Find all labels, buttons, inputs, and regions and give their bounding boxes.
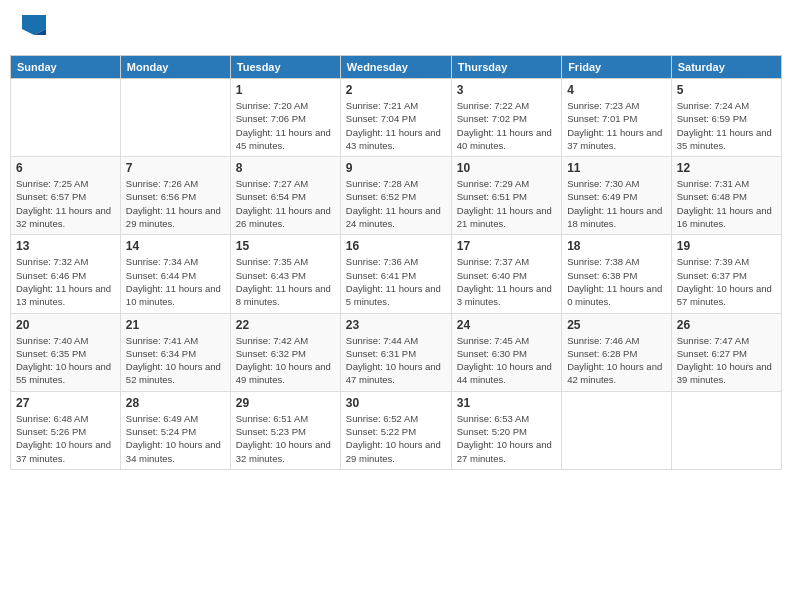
day-number: 23 — [346, 318, 446, 332]
calendar-cell: 14Sunrise: 7:34 AM Sunset: 6:44 PM Dayli… — [120, 235, 230, 313]
day-info: Sunrise: 7:20 AM Sunset: 7:06 PM Dayligh… — [236, 99, 335, 152]
calendar-cell: 13Sunrise: 7:32 AM Sunset: 6:46 PM Dayli… — [11, 235, 121, 313]
weekday-header-monday: Monday — [120, 56, 230, 79]
calendar-cell: 20Sunrise: 7:40 AM Sunset: 6:35 PM Dayli… — [11, 313, 121, 391]
day-number: 10 — [457, 161, 556, 175]
day-number: 6 — [16, 161, 115, 175]
calendar-cell: 1Sunrise: 7:20 AM Sunset: 7:06 PM Daylig… — [230, 79, 340, 157]
day-number: 25 — [567, 318, 666, 332]
day-info: Sunrise: 7:36 AM Sunset: 6:41 PM Dayligh… — [346, 255, 446, 308]
day-info: Sunrise: 7:23 AM Sunset: 7:01 PM Dayligh… — [567, 99, 666, 152]
day-number: 18 — [567, 239, 666, 253]
calendar-cell: 9Sunrise: 7:28 AM Sunset: 6:52 PM Daylig… — [340, 157, 451, 235]
day-number: 29 — [236, 396, 335, 410]
weekday-header-wednesday: Wednesday — [340, 56, 451, 79]
weekday-header-thursday: Thursday — [451, 56, 561, 79]
day-number: 2 — [346, 83, 446, 97]
day-info: Sunrise: 7:47 AM Sunset: 6:27 PM Dayligh… — [677, 334, 776, 387]
day-number: 31 — [457, 396, 556, 410]
calendar-table: SundayMondayTuesdayWednesdayThursdayFrid… — [10, 55, 782, 470]
day-number: 28 — [126, 396, 225, 410]
day-info: Sunrise: 7:41 AM Sunset: 6:34 PM Dayligh… — [126, 334, 225, 387]
day-number: 21 — [126, 318, 225, 332]
day-info: Sunrise: 7:24 AM Sunset: 6:59 PM Dayligh… — [677, 99, 776, 152]
day-info: Sunrise: 6:52 AM Sunset: 5:22 PM Dayligh… — [346, 412, 446, 465]
day-number: 3 — [457, 83, 556, 97]
weekday-header-saturday: Saturday — [671, 56, 781, 79]
page-header — [10, 10, 782, 45]
day-info: Sunrise: 7:44 AM Sunset: 6:31 PM Dayligh… — [346, 334, 446, 387]
day-info: Sunrise: 6:49 AM Sunset: 5:24 PM Dayligh… — [126, 412, 225, 465]
weekday-header-tuesday: Tuesday — [230, 56, 340, 79]
calendar-cell — [562, 391, 672, 469]
calendar-cell: 7Sunrise: 7:26 AM Sunset: 6:56 PM Daylig… — [120, 157, 230, 235]
day-info: Sunrise: 7:42 AM Sunset: 6:32 PM Dayligh… — [236, 334, 335, 387]
day-info: Sunrise: 7:31 AM Sunset: 6:48 PM Dayligh… — [677, 177, 776, 230]
calendar-cell: 22Sunrise: 7:42 AM Sunset: 6:32 PM Dayli… — [230, 313, 340, 391]
day-info: Sunrise: 7:40 AM Sunset: 6:35 PM Dayligh… — [16, 334, 115, 387]
calendar-week-1: 1Sunrise: 7:20 AM Sunset: 7:06 PM Daylig… — [11, 79, 782, 157]
day-info: Sunrise: 7:46 AM Sunset: 6:28 PM Dayligh… — [567, 334, 666, 387]
day-number: 1 — [236, 83, 335, 97]
day-info: Sunrise: 6:51 AM Sunset: 5:23 PM Dayligh… — [236, 412, 335, 465]
day-number: 19 — [677, 239, 776, 253]
calendar-cell: 3Sunrise: 7:22 AM Sunset: 7:02 PM Daylig… — [451, 79, 561, 157]
calendar-cell — [671, 391, 781, 469]
calendar-cell: 26Sunrise: 7:47 AM Sunset: 6:27 PM Dayli… — [671, 313, 781, 391]
calendar-cell: 2Sunrise: 7:21 AM Sunset: 7:04 PM Daylig… — [340, 79, 451, 157]
calendar-cell: 31Sunrise: 6:53 AM Sunset: 5:20 PM Dayli… — [451, 391, 561, 469]
day-info: Sunrise: 7:39 AM Sunset: 6:37 PM Dayligh… — [677, 255, 776, 308]
day-number: 15 — [236, 239, 335, 253]
day-info: Sunrise: 7:27 AM Sunset: 6:54 PM Dayligh… — [236, 177, 335, 230]
calendar-cell: 17Sunrise: 7:37 AM Sunset: 6:40 PM Dayli… — [451, 235, 561, 313]
calendar-cell: 8Sunrise: 7:27 AM Sunset: 6:54 PM Daylig… — [230, 157, 340, 235]
calendar-cell: 16Sunrise: 7:36 AM Sunset: 6:41 PM Dayli… — [340, 235, 451, 313]
calendar-cell: 27Sunrise: 6:48 AM Sunset: 5:26 PM Dayli… — [11, 391, 121, 469]
calendar-cell: 18Sunrise: 7:38 AM Sunset: 6:38 PM Dayli… — [562, 235, 672, 313]
logo-icon — [22, 15, 46, 35]
calendar-header-row: SundayMondayTuesdayWednesdayThursdayFrid… — [11, 56, 782, 79]
day-info: Sunrise: 7:45 AM Sunset: 6:30 PM Dayligh… — [457, 334, 556, 387]
day-info: Sunrise: 7:25 AM Sunset: 6:57 PM Dayligh… — [16, 177, 115, 230]
calendar-cell — [11, 79, 121, 157]
day-info: Sunrise: 7:29 AM Sunset: 6:51 PM Dayligh… — [457, 177, 556, 230]
day-number: 8 — [236, 161, 335, 175]
day-info: Sunrise: 7:30 AM Sunset: 6:49 PM Dayligh… — [567, 177, 666, 230]
day-number: 27 — [16, 396, 115, 410]
calendar-week-4: 20Sunrise: 7:40 AM Sunset: 6:35 PM Dayli… — [11, 313, 782, 391]
day-info: Sunrise: 7:37 AM Sunset: 6:40 PM Dayligh… — [457, 255, 556, 308]
day-number: 16 — [346, 239, 446, 253]
day-number: 7 — [126, 161, 225, 175]
day-info: Sunrise: 7:28 AM Sunset: 6:52 PM Dayligh… — [346, 177, 446, 230]
calendar-cell: 23Sunrise: 7:44 AM Sunset: 6:31 PM Dayli… — [340, 313, 451, 391]
calendar-cell: 11Sunrise: 7:30 AM Sunset: 6:49 PM Dayli… — [562, 157, 672, 235]
calendar-cell: 25Sunrise: 7:46 AM Sunset: 6:28 PM Dayli… — [562, 313, 672, 391]
calendar-week-3: 13Sunrise: 7:32 AM Sunset: 6:46 PM Dayli… — [11, 235, 782, 313]
calendar-cell: 29Sunrise: 6:51 AM Sunset: 5:23 PM Dayli… — [230, 391, 340, 469]
calendar-cell: 12Sunrise: 7:31 AM Sunset: 6:48 PM Dayli… — [671, 157, 781, 235]
day-number: 11 — [567, 161, 666, 175]
day-number: 24 — [457, 318, 556, 332]
day-number: 5 — [677, 83, 776, 97]
day-info: Sunrise: 7:38 AM Sunset: 6:38 PM Dayligh… — [567, 255, 666, 308]
day-number: 9 — [346, 161, 446, 175]
weekday-header-friday: Friday — [562, 56, 672, 79]
day-number: 26 — [677, 318, 776, 332]
day-number: 14 — [126, 239, 225, 253]
calendar-cell: 4Sunrise: 7:23 AM Sunset: 7:01 PM Daylig… — [562, 79, 672, 157]
day-info: Sunrise: 7:26 AM Sunset: 6:56 PM Dayligh… — [126, 177, 225, 230]
calendar-cell — [120, 79, 230, 157]
calendar-cell: 19Sunrise: 7:39 AM Sunset: 6:37 PM Dayli… — [671, 235, 781, 313]
day-number: 13 — [16, 239, 115, 253]
day-info: Sunrise: 7:35 AM Sunset: 6:43 PM Dayligh… — [236, 255, 335, 308]
calendar-week-5: 27Sunrise: 6:48 AM Sunset: 5:26 PM Dayli… — [11, 391, 782, 469]
calendar-cell: 24Sunrise: 7:45 AM Sunset: 6:30 PM Dayli… — [451, 313, 561, 391]
logo — [20, 15, 46, 40]
day-number: 20 — [16, 318, 115, 332]
calendar-cell: 10Sunrise: 7:29 AM Sunset: 6:51 PM Dayli… — [451, 157, 561, 235]
day-info: Sunrise: 7:34 AM Sunset: 6:44 PM Dayligh… — [126, 255, 225, 308]
calendar-cell: 21Sunrise: 7:41 AM Sunset: 6:34 PM Dayli… — [120, 313, 230, 391]
calendar-cell: 30Sunrise: 6:52 AM Sunset: 5:22 PM Dayli… — [340, 391, 451, 469]
calendar-cell: 15Sunrise: 7:35 AM Sunset: 6:43 PM Dayli… — [230, 235, 340, 313]
calendar-cell: 5Sunrise: 7:24 AM Sunset: 6:59 PM Daylig… — [671, 79, 781, 157]
